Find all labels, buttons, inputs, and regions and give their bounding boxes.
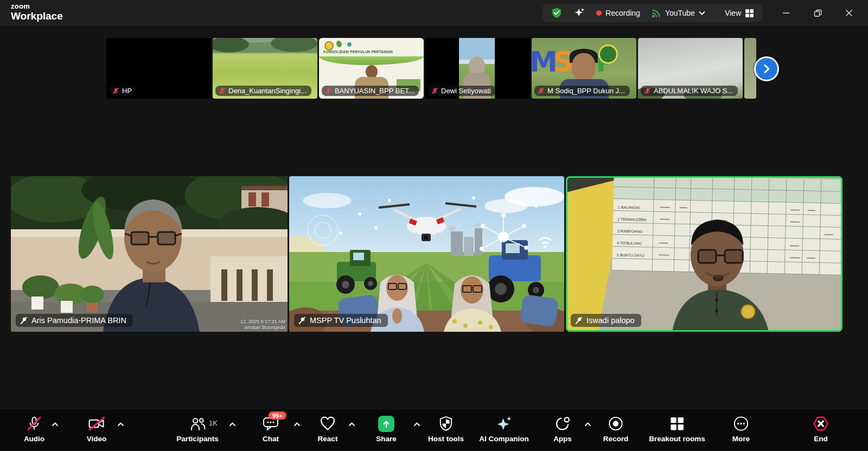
slide-title: KONSOLIDASI PENYULUH PERTANIAN — [323, 50, 393, 54]
ai-companion-icon — [495, 415, 513, 432]
recording-label: Recording — [605, 9, 640, 17]
more-button[interactable]: More — [703, 415, 779, 443]
chevron-right-icon — [761, 63, 772, 74]
view-button[interactable]: View — [725, 9, 754, 18]
stage-tile-aris[interactable]: 12, 2025 6:17:21 AM amatan Bojongede Ari… — [11, 176, 288, 332]
participant-name-label: M Sodiq_BPP Dukun J... — [534, 86, 630, 96]
video-button[interactable]: Video — [59, 415, 135, 443]
participants-icon — [188, 415, 207, 432]
chevron-down-icon — [699, 11, 705, 15]
participant-name-label: MSPP TV Pusluhtan — [294, 314, 388, 327]
stage-tile-mspp[interactable]: MSPP TV Pusluhtan — [289, 176, 564, 332]
share-screen-icon — [378, 416, 394, 432]
end-meeting-button[interactable]: End — [783, 415, 859, 443]
participant-name-label: Dewi Setiyowati — [428, 86, 496, 96]
stage-tile-iswadi[interactable]: 1 BALANDAI 2 TEMMALEBBA 3 RAMPOANG 4 TO'… — [566, 176, 843, 332]
board-row-label: 3 RAMPOANG — [617, 229, 643, 234]
end-call-icon — [812, 415, 830, 432]
slide-logo — [347, 42, 352, 47]
livestream-label: YouTube — [665, 9, 695, 17]
presenter-figure — [366, 65, 378, 78]
filmstrip-tile-dewi[interactable]: Dewi Setiyowati — [425, 38, 530, 99]
participant-name-label: HP — [109, 86, 137, 96]
mic-off-icon — [25, 415, 43, 432]
minimize-button[interactable] — [770, 0, 802, 26]
filmstrip-tile-msodiq[interactable]: M S P M Sodiq_BPP Dukun J... — [532, 38, 636, 99]
mic-off-icon — [325, 87, 332, 94]
recording-dot-icon — [596, 10, 602, 16]
filmstrip-next-button[interactable] — [754, 56, 779, 81]
filmstrip-tile-banyuasin[interactable]: KONSOLIDASI PENYULUH PERTANIAN BANYUASIN… — [319, 38, 424, 99]
slide-decoration — [319, 56, 424, 65]
mic-off-icon — [219, 87, 226, 94]
restore-button[interactable] — [802, 0, 833, 26]
board-row-label: 4 TO'BULUNG — [617, 241, 642, 246]
video-feed — [289, 176, 564, 332]
slide-logo — [336, 41, 342, 47]
ai-companion-sparkle-icon[interactable] — [573, 7, 585, 19]
more-ellipsis-icon — [732, 415, 750, 432]
filmstrip: HP Dena_KuantanSingingi... KONSOLIDASI — [106, 38, 756, 99]
filmstrip-tile-abdulmalik[interactable]: ABDULMALIK WAJO S... — [638, 38, 743, 99]
top-bar: zoom Workplace Recording — [0, 0, 868, 26]
heart-icon — [319, 415, 336, 432]
video-feed: 1 BALANDAI 2 TEMMALEBBA 3 RAMPOANG 4 TO'… — [566, 176, 843, 332]
board-row-label: 1 BALANDAI — [618, 205, 640, 210]
participant-name-label: ABDULMALIK WAJO S... — [641, 86, 738, 96]
close-icon[interactable] — [833, 0, 865, 26]
meeting-toolbar: Audio Video — [0, 409, 868, 451]
pin-icon — [298, 317, 306, 325]
record-icon — [607, 415, 624, 432]
filmstrip-tile-hp[interactable]: HP — [106, 38, 211, 99]
zoom-meeting-window: zoom Workplace Recording — [0, 0, 868, 451]
audio-options-caret[interactable] — [52, 422, 59, 427]
zoom-workplace-logo: zoom Workplace — [11, 3, 63, 21]
board-row-label: 2 TEMMALEBBA — [617, 217, 647, 222]
breakout-rooms-icon — [668, 415, 686, 432]
brand-zoom: zoom — [11, 3, 63, 10]
recording-indicator[interactable]: Recording — [596, 9, 640, 17]
mic-off-icon — [112, 87, 119, 94]
participant-name-label: Dena_KuantanSingingi... — [215, 86, 311, 96]
video-off-icon — [87, 415, 106, 432]
pin-icon — [20, 317, 28, 325]
mic-off-icon — [538, 87, 545, 94]
live-broadcast-icon — [651, 8, 661, 18]
filmstrip-tile-dena[interactable]: Dena_KuantanSingingi... — [213, 38, 317, 99]
participants-button[interactable]: Participants 1K — [159, 415, 235, 443]
video-feed — [11, 176, 288, 332]
security-shield-icon[interactable] — [551, 7, 563, 19]
host-tools-shield-icon — [437, 415, 455, 432]
mic-off-icon — [431, 87, 438, 94]
ministry-logo — [598, 44, 618, 64]
view-label: View — [725, 9, 741, 17]
gallery-view-icon — [745, 9, 754, 18]
brand-workplace: Workplace — [11, 11, 63, 21]
participants-count: 1K — [209, 419, 218, 427]
chat-unread-badge: 99+ — [269, 411, 286, 420]
camera-overlay-text: 12, 2025 6:17:21 AM amatan Bojongede — [240, 319, 285, 331]
board-row-label: 5 BUNTU DATU — [617, 253, 644, 257]
livestream-indicator[interactable]: YouTube — [651, 8, 705, 18]
slide-logo — [324, 41, 334, 50]
participant-name-label: Iswadi palopo — [571, 314, 641, 327]
pin-icon — [575, 317, 583, 325]
video-options-caret[interactable] — [117, 422, 124, 427]
meeting-status-pill: Recording YouTube View — [542, 4, 763, 22]
participant-name-label: BANYUASIN_BPP BET... — [322, 86, 419, 96]
apps-icon — [554, 415, 571, 432]
participant-name-label: Aris Pamudia-PRIMA BRIN — [16, 314, 133, 327]
window-controls — [770, 0, 865, 26]
mic-off-icon — [644, 87, 651, 94]
